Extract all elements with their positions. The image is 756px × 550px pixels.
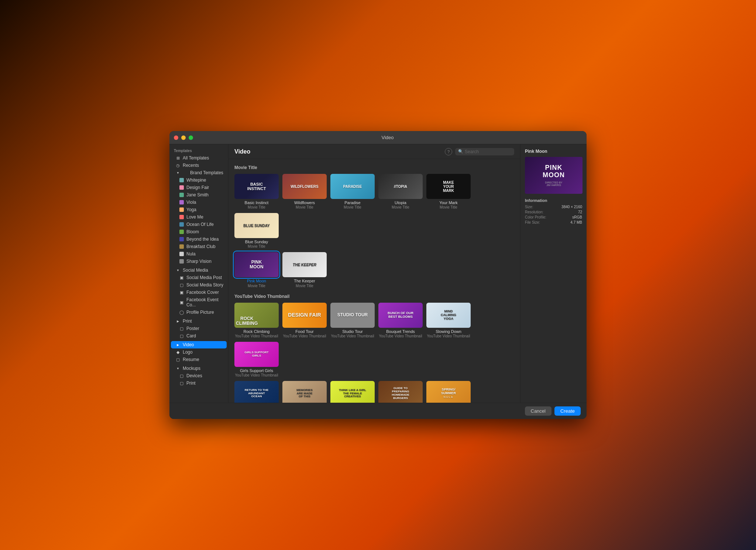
- sidebar-item-poster[interactable]: ▢ Poster: [171, 325, 227, 332]
- template-sub: Movie Title: [248, 205, 265, 209]
- search-container: 🔍: [455, 148, 514, 155]
- nula-icon: [179, 251, 184, 257]
- sidebar-item-breakfast[interactable]: Breakfast Club: [171, 243, 227, 250]
- resolution-val: 72: [578, 210, 582, 214]
- template-food-tour[interactable]: DESIGN FAIR Food Tour YouTube Video Thum…: [282, 303, 327, 338]
- sidebar-item-fb-event[interactable]: ▣ Facebook Event Co...: [171, 296, 227, 309]
- template-wildflowers[interactable]: WILDFLOWERS Wildflowers Movie Title: [282, 174, 327, 209]
- create-button[interactable]: Create: [554, 406, 581, 416]
- sidebar-item-profile[interactable]: ◯ Profile Picture: [171, 309, 227, 316]
- sidebar-item-nula[interactable]: Nula: [171, 250, 227, 258]
- sidebar-item-all-templates[interactable]: ⊞ All Templates: [171, 154, 227, 162]
- sidebar-item-label: Brand Templates: [190, 170, 223, 175]
- template-recipe[interactable]: GUIDE TOPREPARINGHOMEMADEBURGERS Recipe …: [378, 381, 423, 403]
- fb-event-icon: ▣: [179, 300, 184, 305]
- chevron-icon: ▶: [175, 342, 181, 347]
- sidebar-item-recents[interactable]: ◷ Recents: [171, 162, 227, 169]
- sidebar-item-whitepine[interactable]: Whitepine: [171, 176, 227, 184]
- template-spring-summer[interactable]: SPRING/SUMMERNULA Spring and Summer YouT…: [426, 381, 471, 403]
- sidebar-item-bloom[interactable]: Bloom: [171, 228, 227, 236]
- sidebar-group-mockups[interactable]: ▼ Mockups: [171, 365, 227, 372]
- sidebar-item-card[interactable]: ▢ Card: [171, 332, 227, 340]
- sidebar-item-print2[interactable]: ▢ Print: [171, 379, 227, 387]
- template-name: Pink Moon: [247, 279, 266, 283]
- section-yt-thumbnail: YouTube Video Thumbnail: [234, 294, 514, 299]
- sidebar-item-sharp-vision[interactable]: Sharp Vision: [171, 258, 227, 265]
- template-name: Wildflowers: [294, 200, 315, 205]
- sidebar-item-label: Profile Picture: [186, 310, 214, 315]
- sidebar-item-beyond[interactable]: Beyond the Idea: [171, 236, 227, 243]
- social-story-icon: ▢: [179, 282, 184, 288]
- sidebar-item-resume[interactable]: ▢ Resume: [171, 356, 227, 363]
- template-rock-climbing[interactable]: ROCKCLIMBING Rock Climbing YouTube Video…: [234, 303, 279, 338]
- sidebar-item-fb-cover[interactable]: ▣ Facebook Cover: [171, 289, 227, 296]
- template-slowing-down[interactable]: Mindcalmingyoga Slowing Down YouTube Vid…: [426, 303, 471, 338]
- sidebar-item-video[interactable]: ▶ Video: [171, 341, 227, 348]
- sidebar-item-ocean[interactable]: Ocean Of Life: [171, 221, 227, 228]
- sidebar-item-label: Sharp Vision: [186, 259, 212, 264]
- template-the-keeper[interactable]: The Keeper The Keeper Movie Title: [282, 252, 327, 288]
- template-name: Utopia: [395, 200, 406, 205]
- template-bouquet[interactable]: bunch of ourbest blooms Bouquet Trends Y…: [378, 303, 423, 338]
- template-sub: Movie Title: [248, 284, 265, 288]
- template-studio-tour[interactable]: STUDIO TOUR Studio Tour YouTube Video Th…: [330, 303, 375, 338]
- template-female-creatives[interactable]: THINK LIKE A GIRLTHE FEMALECREATIVES Fem…: [330, 381, 375, 403]
- resolution-key: Resolution:: [525, 210, 543, 214]
- template-sub: Movie Title: [392, 205, 409, 209]
- thumb-basic-instinct: BASICINSTINCT: [234, 174, 279, 199]
- sidebar-item-jane-smith[interactable]: Jane Smith: [171, 191, 227, 199]
- bloom-icon: [179, 229, 184, 234]
- sharp-vision-icon: [179, 259, 184, 264]
- template-pink-moon[interactable]: PINKMOON Pink Moon Movie Title: [234, 252, 279, 288]
- sidebar-item-design-fair[interactable]: Design Fair: [171, 184, 227, 191]
- template-making-memories[interactable]: Memoriesare madeof this Making Memories …: [282, 381, 327, 403]
- thumb-utopia: //TOPIA: [378, 174, 423, 199]
- sidebar-item-label: Recents: [183, 163, 199, 168]
- sidebar-item-yoga[interactable]: Yoga: [171, 206, 227, 213]
- template-your-mark[interactable]: MAKEYOURMARK Your Mark Movie Title: [426, 174, 471, 209]
- cancel-button[interactable]: Cancel: [525, 406, 551, 416]
- design-fair-icon: [179, 185, 184, 190]
- social-post-icon: ▣: [179, 275, 184, 280]
- template-new-solutions[interactable]: RETURN TO THEABUNDANTOCEAN New Solutions…: [234, 381, 279, 403]
- page-title: Video: [234, 148, 442, 155]
- thumb-girls-support: GIRLS SUPPORTGIRLS: [234, 342, 279, 367]
- chevron-icon: ▶: [175, 319, 181, 324]
- maximize-button[interactable]: [189, 135, 193, 140]
- info-filesize-row: File Size: 4.7 MB: [525, 220, 582, 224]
- close-button[interactable]: [174, 135, 178, 140]
- window-title: Video: [193, 135, 582, 140]
- thumb-your-mark: MAKEYOURMARK: [426, 174, 471, 199]
- size-key: Size:: [525, 205, 533, 209]
- size-val: 3840 × 2160: [561, 205, 582, 209]
- template-girls-support[interactable]: GIRLS SUPPORTGIRLS Girls Support Girls Y…: [234, 342, 279, 377]
- card-icon: ▢: [179, 333, 184, 338]
- viola-icon: [179, 200, 184, 205]
- sidebar-group-brand[interactable]: ▼ Brand Templates: [171, 169, 227, 176]
- help-button[interactable]: ?: [445, 148, 452, 155]
- sidebar-item-label: Social Media Story: [186, 282, 223, 288]
- sidebar-item-social-post[interactable]: ▣ Social Media Post: [171, 274, 227, 281]
- template-name: Slowing Down: [436, 329, 461, 334]
- sidebar-item-label: Viola: [186, 200, 196, 205]
- sidebar-group-print[interactable]: ▶ Print: [171, 317, 227, 325]
- template-paradise[interactable]: PARADISE Paradise Movie Title: [330, 174, 375, 209]
- sidebar-item-label: Love Me: [186, 214, 203, 220]
- template-name: Basic Instinct: [245, 200, 269, 205]
- sidebar-item-label: Mockups: [183, 366, 200, 371]
- minimize-button[interactable]: [181, 135, 186, 140]
- sidebar-item-logo[interactable]: ◆ Logo: [171, 348, 227, 356]
- sidebar-group-social[interactable]: ▼ Social Media: [171, 267, 227, 274]
- sidebar-item-devices[interactable]: ▢ Devices: [171, 372, 227, 379]
- sidebar-item-social-story[interactable]: ▢ Social Media Story: [171, 281, 227, 289]
- template-basic-instinct[interactable]: BASICINSTINCT Basic Instinct Movie Title: [234, 174, 279, 209]
- content-scroll[interactable]: Movie Title BASICINSTINCT Basic Instinct…: [228, 159, 520, 403]
- search-input[interactable]: [465, 149, 509, 154]
- sidebar-item-label: Ocean Of Life: [186, 222, 214, 227]
- template-blue-sunday[interactable]: Blue Sunday Blue Sunday Movie Title: [234, 213, 279, 248]
- traffic-lights: [174, 135, 193, 140]
- template-utopia[interactable]: //TOPIA Utopia Movie Title: [378, 174, 423, 209]
- breakfast-icon: [179, 244, 184, 249]
- sidebar-item-love-me[interactable]: Love Me: [171, 213, 227, 221]
- sidebar-item-viola[interactable]: Viola: [171, 199, 227, 206]
